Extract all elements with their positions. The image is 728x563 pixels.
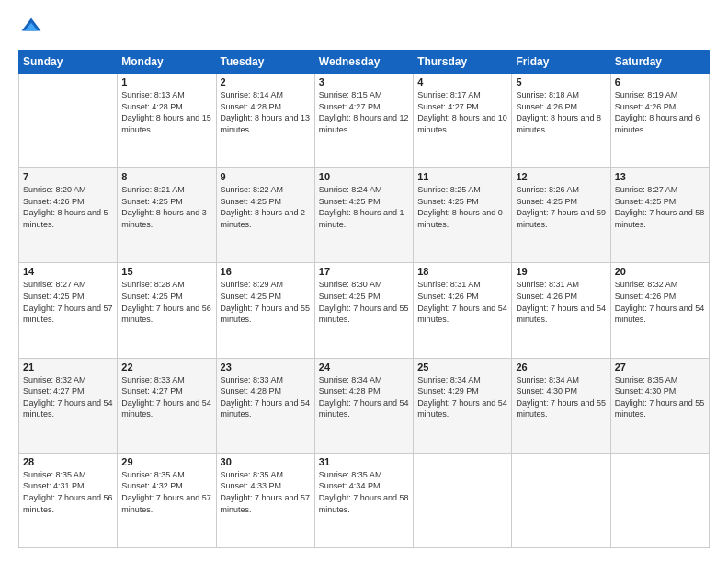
day-number: 13 <box>615 171 705 182</box>
day-info: Sunrise: 8:32 AMSunset: 4:26 PMDaylight:… <box>615 279 705 325</box>
day-number: 16 <box>221 266 311 277</box>
day-number: 7 <box>23 171 113 182</box>
day-info: Sunrise: 8:20 AMSunset: 4:26 PMDaylight:… <box>23 184 113 230</box>
day-info: Sunrise: 8:35 AMSunset: 4:32 PMDaylight:… <box>121 469 211 515</box>
calendar-day-cell: 3Sunrise: 8:15 AMSunset: 4:27 PMDaylight… <box>314 74 413 168</box>
day-number: 15 <box>121 266 211 277</box>
day-number: 25 <box>417 362 507 373</box>
calendar-day-cell: 19Sunrise: 8:31 AMSunset: 4:26 PMDayligh… <box>512 263 610 358</box>
day-number: 29 <box>121 456 211 467</box>
day-number: 24 <box>319 362 409 373</box>
day-info: Sunrise: 8:31 AMSunset: 4:26 PMDaylight:… <box>417 279 507 325</box>
calendar-day-cell: 13Sunrise: 8:27 AMSunset: 4:25 PMDayligh… <box>610 168 709 263</box>
calendar-day-cell: 26Sunrise: 8:34 AMSunset: 4:30 PMDayligh… <box>512 358 610 453</box>
header <box>18 15 710 40</box>
day-number: 10 <box>319 171 409 182</box>
calendar-day-cell <box>414 453 512 547</box>
calendar-day-cell: 7Sunrise: 8:20 AMSunset: 4:26 PMDaylight… <box>19 168 118 263</box>
calendar-day-cell: 31Sunrise: 8:35 AMSunset: 4:34 PMDayligh… <box>314 453 413 547</box>
day-number: 3 <box>319 76 409 87</box>
logo <box>18 15 48 40</box>
day-info: Sunrise: 8:13 AMSunset: 4:28 PMDaylight:… <box>121 89 211 135</box>
day-number: 28 <box>23 456 113 467</box>
day-info: Sunrise: 8:26 AMSunset: 4:25 PMDaylight:… <box>516 184 606 230</box>
calendar-day-cell: 27Sunrise: 8:35 AMSunset: 4:30 PMDayligh… <box>610 358 709 453</box>
calendar-week-row: 28Sunrise: 8:35 AMSunset: 4:31 PMDayligh… <box>19 453 710 547</box>
day-number: 11 <box>417 171 507 182</box>
day-number: 26 <box>516 362 606 373</box>
calendar-day-cell: 21Sunrise: 8:32 AMSunset: 4:27 PMDayligh… <box>19 358 118 453</box>
calendar-day-cell: 28Sunrise: 8:35 AMSunset: 4:31 PMDayligh… <box>19 453 118 547</box>
day-info: Sunrise: 8:14 AMSunset: 4:28 PMDaylight:… <box>221 89 311 135</box>
calendar-day-cell: 22Sunrise: 8:33 AMSunset: 4:27 PMDayligh… <box>118 358 216 453</box>
day-info: Sunrise: 8:33 AMSunset: 4:27 PMDaylight:… <box>121 374 211 420</box>
calendar-day-cell: 5Sunrise: 8:18 AMSunset: 4:26 PMDaylight… <box>512 74 610 168</box>
weekday-header: Friday <box>512 51 610 74</box>
calendar-header-row: SundayMondayTuesdayWednesdayThursdayFrid… <box>19 51 710 74</box>
day-info: Sunrise: 8:27 AMSunset: 4:25 PMDaylight:… <box>23 279 113 325</box>
day-number: 22 <box>121 362 211 373</box>
day-number: 14 <box>23 266 113 277</box>
day-info: Sunrise: 8:22 AMSunset: 4:25 PMDaylight:… <box>221 184 311 230</box>
day-number: 2 <box>221 76 311 87</box>
calendar-day-cell: 25Sunrise: 8:34 AMSunset: 4:29 PMDayligh… <box>414 358 512 453</box>
calendar-day-cell: 16Sunrise: 8:29 AMSunset: 4:25 PMDayligh… <box>216 263 314 358</box>
calendar-day-cell: 11Sunrise: 8:25 AMSunset: 4:25 PMDayligh… <box>414 168 512 263</box>
calendar-day-cell: 17Sunrise: 8:30 AMSunset: 4:25 PMDayligh… <box>314 263 413 358</box>
day-number: 30 <box>221 456 311 467</box>
calendar-day-cell: 8Sunrise: 8:21 AMSunset: 4:25 PMDaylight… <box>118 168 216 263</box>
calendar-day-cell: 1Sunrise: 8:13 AMSunset: 4:28 PMDaylight… <box>118 74 216 168</box>
day-info: Sunrise: 8:29 AMSunset: 4:25 PMDaylight:… <box>221 279 311 325</box>
calendar-day-cell: 20Sunrise: 8:32 AMSunset: 4:26 PMDayligh… <box>610 263 709 358</box>
calendar-day-cell: 29Sunrise: 8:35 AMSunset: 4:32 PMDayligh… <box>118 453 216 547</box>
day-info: Sunrise: 8:21 AMSunset: 4:25 PMDaylight:… <box>121 184 211 230</box>
calendar-day-cell: 24Sunrise: 8:34 AMSunset: 4:28 PMDayligh… <box>314 358 413 453</box>
calendar-week-row: 21Sunrise: 8:32 AMSunset: 4:27 PMDayligh… <box>19 358 710 453</box>
day-info: Sunrise: 8:35 AMSunset: 4:34 PMDaylight:… <box>319 469 409 515</box>
day-number: 5 <box>516 76 606 87</box>
day-info: Sunrise: 8:25 AMSunset: 4:25 PMDaylight:… <box>417 184 507 230</box>
day-number: 9 <box>221 171 311 182</box>
day-number: 1 <box>121 76 211 87</box>
day-info: Sunrise: 8:28 AMSunset: 4:25 PMDaylight:… <box>121 279 211 325</box>
day-info: Sunrise: 8:32 AMSunset: 4:27 PMDaylight:… <box>23 374 113 420</box>
weekday-header: Sunday <box>19 51 118 74</box>
day-info: Sunrise: 8:31 AMSunset: 4:26 PMDaylight:… <box>516 279 606 325</box>
day-info: Sunrise: 8:18 AMSunset: 4:26 PMDaylight:… <box>516 89 606 135</box>
calendar-table: SundayMondayTuesdayWednesdayThursdayFrid… <box>18 50 710 548</box>
day-number: 17 <box>319 266 409 277</box>
calendar-week-row: 14Sunrise: 8:27 AMSunset: 4:25 PMDayligh… <box>19 263 710 358</box>
weekday-header: Monday <box>118 51 216 74</box>
day-info: Sunrise: 8:35 AMSunset: 4:33 PMDaylight:… <box>221 469 311 515</box>
calendar-week-row: 1Sunrise: 8:13 AMSunset: 4:28 PMDaylight… <box>19 74 710 168</box>
day-info: Sunrise: 8:19 AMSunset: 4:26 PMDaylight:… <box>615 89 705 135</box>
day-number: 31 <box>319 456 409 467</box>
day-number: 6 <box>615 76 705 87</box>
calendar-day-cell: 2Sunrise: 8:14 AMSunset: 4:28 PMDaylight… <box>216 74 314 168</box>
day-info: Sunrise: 8:35 AMSunset: 4:30 PMDaylight:… <box>615 374 705 420</box>
day-info: Sunrise: 8:35 AMSunset: 4:31 PMDaylight:… <box>23 469 113 515</box>
logo-icon <box>18 15 44 40</box>
day-number: 20 <box>615 266 705 277</box>
calendar-day-cell: 18Sunrise: 8:31 AMSunset: 4:26 PMDayligh… <box>414 263 512 358</box>
day-number: 21 <box>23 362 113 373</box>
day-info: Sunrise: 8:15 AMSunset: 4:27 PMDaylight:… <box>319 89 409 135</box>
calendar-day-cell <box>512 453 610 547</box>
day-info: Sunrise: 8:17 AMSunset: 4:27 PMDaylight:… <box>417 89 507 135</box>
day-number: 18 <box>417 266 507 277</box>
day-info: Sunrise: 8:34 AMSunset: 4:29 PMDaylight:… <box>417 374 507 420</box>
calendar-day-cell: 14Sunrise: 8:27 AMSunset: 4:25 PMDayligh… <box>19 263 118 358</box>
day-number: 8 <box>121 171 211 182</box>
weekday-header: Thursday <box>414 51 512 74</box>
calendar-week-row: 7Sunrise: 8:20 AMSunset: 4:26 PMDaylight… <box>19 168 710 263</box>
calendar-day-cell <box>610 453 709 547</box>
calendar-day-cell <box>19 74 118 168</box>
calendar-day-cell: 4Sunrise: 8:17 AMSunset: 4:27 PMDaylight… <box>414 74 512 168</box>
calendar-day-cell: 10Sunrise: 8:24 AMSunset: 4:25 PMDayligh… <box>314 168 413 263</box>
day-info: Sunrise: 8:34 AMSunset: 4:30 PMDaylight:… <box>516 374 606 420</box>
calendar-day-cell: 12Sunrise: 8:26 AMSunset: 4:25 PMDayligh… <box>512 168 610 263</box>
calendar-day-cell: 23Sunrise: 8:33 AMSunset: 4:28 PMDayligh… <box>216 358 314 453</box>
weekday-header: Tuesday <box>216 51 314 74</box>
day-info: Sunrise: 8:34 AMSunset: 4:28 PMDaylight:… <box>319 374 409 420</box>
page: SundayMondayTuesdayWednesdayThursdayFrid… <box>0 0 728 563</box>
